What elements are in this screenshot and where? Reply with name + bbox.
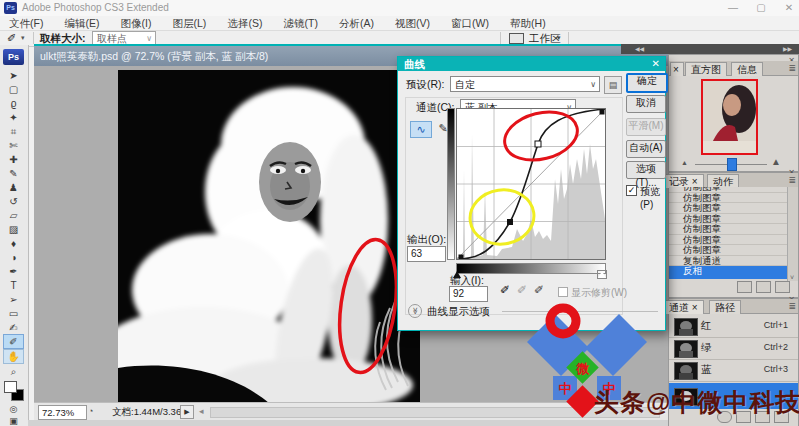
input-value-field[interactable]: 92	[449, 286, 488, 302]
status-menu-arrow-button[interactable]: ▶	[180, 405, 194, 419]
menu-image[interactable]: 图像(I)	[112, 16, 161, 31]
preset-select[interactable]: 自定 ∨	[450, 76, 600, 92]
highlight-input-slider[interactable]	[598, 271, 606, 278]
notes-tool[interactable]: ✍	[4, 321, 23, 334]
eraser-tool[interactable]: ▱	[4, 209, 23, 222]
tool-preset-caret-icon[interactable]: ▾	[21, 34, 25, 42]
menu-window[interactable]: 窗口(W)	[442, 16, 498, 31]
history-panel-group: — ✕ 记录 × 动作 ≣ 仿制图章 仿制图章 仿制图章 仿制图章 仿制图章 仿…	[668, 172, 799, 298]
crop-tool[interactable]: ⌗	[4, 125, 23, 138]
options-button[interactable]: 选项(T)...	[626, 161, 666, 179]
chevron-down-icon: ∨	[590, 77, 596, 93]
auto-button[interactable]: 自动(A)	[626, 140, 666, 158]
history-item[interactable]: 仿制图章	[669, 224, 788, 235]
eyedropper-tool[interactable]: ✐	[3, 334, 24, 349]
navigator-zoom-slider-thumb[interactable]	[727, 158, 737, 171]
minimize-button[interactable]: —	[722, 1, 744, 14]
channels-panel-menu-icon[interactable]: ≣	[788, 301, 796, 311]
preset-options-menu-button[interactable]: ▤	[604, 76, 622, 94]
ok-button[interactable]: 确定	[626, 73, 668, 93]
new-snapshot-icon[interactable]	[756, 281, 771, 293]
history-brush-tool[interactable]: ↺	[4, 195, 23, 208]
hand-tool[interactable]: ✋	[3, 349, 24, 364]
clone-stamp-tool[interactable]: ♟	[4, 181, 23, 194]
navigator-thumbnail[interactable]	[701, 79, 758, 155]
quick-select-tool[interactable]: ✦	[4, 111, 23, 124]
menu-filter[interactable]: 滤镜(T)	[275, 16, 327, 31]
white-point-eyedropper-icon[interactable]: ✐	[534, 283, 544, 297]
tab-navigator-stub[interactable]: ×	[670, 62, 684, 76]
preview-label: 预览(P)	[640, 185, 665, 210]
curves-graph[interactable]	[456, 108, 606, 260]
tab-paths[interactable]: 路径	[709, 300, 741, 314]
curve-display-options-expander-icon[interactable]: ≫	[408, 304, 422, 318]
panel-menu-icon[interactable]: ≣	[788, 63, 796, 73]
zoom-out-mountain-icon[interactable]: ▲	[681, 159, 688, 166]
dialog-close-icon[interactable]: ✕	[652, 57, 660, 71]
pen-tool[interactable]: ✒	[4, 265, 23, 278]
channel-row-red[interactable]: 红 Ctrl+1	[669, 315, 798, 338]
move-tool[interactable]: ➤	[4, 69, 23, 82]
screen-mode-button[interactable]: ▣	[4, 415, 23, 426]
toolbox: Ps ➤ ▢ ϱ ✦ ⌗ ✄ ✚ ✎ ♟ ↺ ▱ ▨ ♦ ◑ ✒ T ➢ ▭ ✍…	[0, 45, 29, 426]
menu-help[interactable]: 帮助(H)	[501, 16, 555, 31]
history-item-selected[interactable]: 反相	[669, 266, 788, 279]
zoom-in-mountain-icon[interactable]: ▲	[771, 156, 781, 167]
blur-tool[interactable]: ♦	[4, 237, 23, 250]
active-tool-eyedropper-icon[interactable]: ✐	[7, 32, 16, 45]
menu-edit[interactable]: 编辑(E)	[55, 16, 108, 31]
cancel-button[interactable]: 取消	[626, 95, 666, 113]
tab-history[interactable]: 记录 ×	[663, 174, 704, 188]
healing-brush-tool[interactable]: ✚	[4, 153, 23, 166]
tab-actions[interactable]: 动作	[707, 174, 739, 188]
zoom-tool[interactable]: ⌕	[4, 365, 23, 378]
menu-file[interactable]: 文件(F)	[0, 16, 52, 31]
curve-display-options-label: 曲线显示选项	[427, 305, 490, 319]
scroll-down-icon[interactable]: ˅	[790, 274, 794, 281]
gray-point-eyedropper-icon[interactable]: ✐	[517, 283, 527, 297]
gradient-tool[interactable]: ▨	[4, 223, 23, 236]
preview-checkbox[interactable]: ✓	[626, 185, 637, 196]
channel-row-blue[interactable]: 蓝 Ctrl+3	[669, 359, 798, 382]
slice-tool[interactable]: ✄	[4, 139, 23, 152]
edit-points-curve-tool[interactable]: ∿	[410, 121, 432, 138]
brush-tool[interactable]: ✎	[4, 167, 23, 180]
new-document-from-state-icon[interactable]	[737, 281, 752, 293]
marquee-tool[interactable]: ▢	[4, 83, 23, 96]
show-clipping-checkbox[interactable]	[558, 287, 568, 297]
output-value-field[interactable]: 63	[407, 246, 446, 262]
zoom-level-field[interactable]: 72.73%	[38, 405, 87, 420]
menu-analysis[interactable]: 分析(A)	[330, 16, 383, 31]
foreground-color-swatch[interactable]	[4, 381, 17, 393]
menu-select[interactable]: 选择(S)	[218, 16, 271, 31]
black-point-eyedropper-icon[interactable]: ✐	[500, 283, 510, 297]
channel-row-green[interactable]: 绿 Ctrl+2	[669, 337, 798, 360]
menu-view[interactable]: 视图(V)	[386, 16, 439, 31]
history-item[interactable]: 仿制图章	[669, 203, 788, 214]
shape-tool[interactable]: ▭	[4, 307, 23, 320]
dodge-tool[interactable]: ◑	[4, 251, 23, 264]
close-button[interactable]: ✕	[778, 1, 799, 14]
dock-collapse-right-icon[interactable]: ▶▶	[783, 44, 792, 54]
canvas-image-inverted-portrait[interactable]	[118, 70, 420, 404]
history-item[interactable]: 仿制图章	[669, 245, 788, 256]
history-scrollbar[interactable]: ˅	[787, 187, 798, 281]
toolbox-ps-logo[interactable]: Ps	[3, 49, 24, 65]
curve-point-selected[interactable]	[507, 219, 513, 225]
scroll-left-arrow-icon[interactable]: ◂	[199, 406, 204, 416]
dock-collapse-left-icon[interactable]: ◀◀	[635, 44, 644, 54]
photoshop-window: Ps Adobe Photoshop CS3 Extended — ▢ ✕ 文件…	[0, 0, 799, 426]
maximize-button[interactable]: ▢	[750, 1, 772, 14]
curves-dialog: 曲线 ✕ 预设(R): 自定 ∨ ▤ 确定 取消 平滑(M) 自动(A) 选项(…	[397, 56, 666, 331]
type-tool[interactable]: T	[4, 279, 23, 292]
menu-layer[interactable]: 图层(L)	[164, 16, 216, 31]
path-select-tool[interactable]: ➢	[4, 293, 23, 306]
curve-point[interactable]	[535, 141, 541, 147]
curves-dialog-titlebar[interactable]: 曲线 ✕	[398, 57, 665, 71]
lasso-tool[interactable]: ϱ	[4, 97, 23, 110]
channel-name: 绿	[701, 341, 712, 355]
tab-info[interactable]: 信息	[731, 62, 763, 76]
history-panel-menu-icon[interactable]: ≣	[788, 175, 796, 185]
tab-histogram[interactable]: 直方图	[685, 62, 727, 76]
delete-state-icon[interactable]	[775, 281, 790, 293]
